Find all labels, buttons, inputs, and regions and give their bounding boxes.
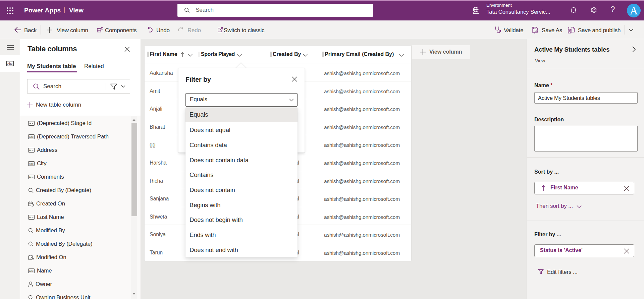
svg-text:Abc: Abc: [29, 162, 33, 165]
svg-text:Abc: Abc: [29, 216, 33, 219]
svg-text:Abc: Abc: [29, 149, 33, 152]
svg-text:Abc: Abc: [7, 62, 13, 65]
svg-text:Abc: Abc: [29, 135, 33, 138]
svg-text:Abc: Abc: [29, 270, 33, 273]
svg-text:Abc: Abc: [29, 176, 33, 179]
